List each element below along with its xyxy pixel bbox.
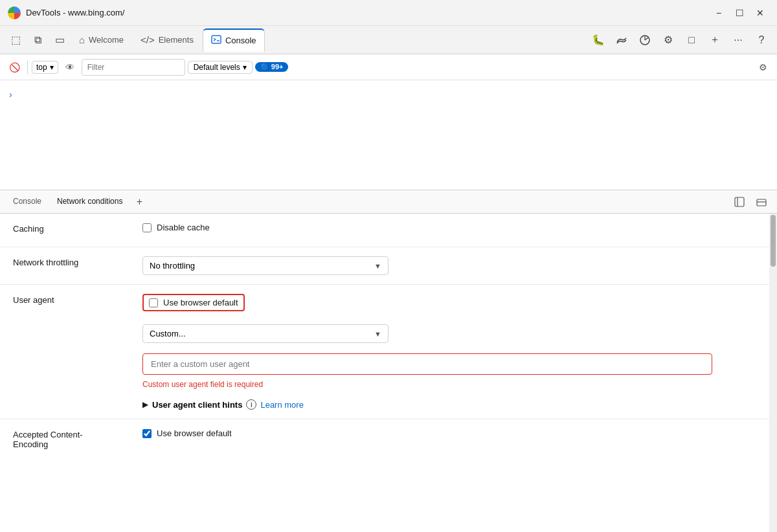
throttling-value: No throttling <box>150 261 195 271</box>
learn-more-link[interactable]: Learn more <box>260 400 303 410</box>
bug-icon[interactable]: 🐛 <box>588 30 609 50</box>
caching-row: Caching Disable cache <box>0 214 769 247</box>
eye-icon[interactable]: 👁 <box>61 58 79 76</box>
context-arrow-icon: ▾ <box>50 63 54 72</box>
tab-welcome[interactable]: ⌂ Welcome <box>71 28 131 52</box>
panel-actions <box>729 192 772 212</box>
devtools-icon <box>8 6 21 19</box>
custom-ua-dropdown[interactable]: Custom... ▼ <box>142 324 388 343</box>
custom-ua-input-wrapper <box>142 353 756 375</box>
custom-ua-input[interactable] <box>142 353 712 375</box>
disable-cache-row: Disable cache <box>142 223 756 232</box>
network-throttling-label: Network throttling <box>13 256 142 267</box>
inspect-icon[interactable]: ⬚ <box>5 30 26 50</box>
caching-label: Caching <box>13 223 142 234</box>
use-browser-default-label[interactable]: Use browser default <box>163 298 238 307</box>
disable-cache-label[interactable]: Disable cache <box>157 223 210 232</box>
user-agent-row: User agent Use browser default Custom...… <box>0 285 769 419</box>
issues-icon: 🔵 <box>260 63 269 71</box>
tab-network-conditions[interactable]: Network conditions <box>49 193 130 211</box>
add-panel-tab-button[interactable]: + <box>130 193 148 211</box>
custom-ua-value: Custom... <box>150 329 186 338</box>
filter-input[interactable] <box>82 59 185 76</box>
close-button[interactable]: ✕ <box>751 4 769 22</box>
log-level-arrow-icon: ▾ <box>243 63 247 72</box>
network-throttling-row: Network throttling No throttling ▼ <box>0 247 769 285</box>
hints-row: ▶ User agent client hints i Learn more <box>142 399 756 410</box>
svg-rect-7 <box>757 199 766 206</box>
application-icon[interactable]: □ <box>681 30 702 50</box>
console-expand-icon[interactable]: › <box>9 89 12 100</box>
tab-console-label: Console <box>225 36 256 45</box>
tab-elements[interactable]: </> Elements <box>133 28 201 52</box>
use-browser-default-checkbox[interactable] <box>149 298 158 307</box>
accepted-default-checkbox[interactable] <box>142 429 152 438</box>
tab-elements-label: Elements <box>159 35 194 45</box>
device-emulation-icon[interactable]: ⧉ <box>27 30 48 50</box>
minimize-button[interactable]: − <box>710 4 728 22</box>
issues-count: 99+ <box>271 63 284 71</box>
hints-label: User agent client hints <box>152 400 242 410</box>
accepted-content-label: Accepted Content-Encoding <box>13 428 142 449</box>
accepted-default-label[interactable]: Use browser default <box>157 428 232 438</box>
console-icon <box>211 34 221 47</box>
context-selector[interactable]: top ▾ <box>32 61 58 74</box>
disable-cache-checkbox[interactable] <box>142 223 152 232</box>
custom-ua-arrow-icon: ▼ <box>374 330 381 338</box>
svg-rect-0 <box>212 36 221 43</box>
main-tab-bar: ⬚ ⧉ ▭ ⌂ Welcome </> Elements Console 🐛 ⚙… <box>0 26 777 54</box>
caching-control: Disable cache <box>142 223 756 232</box>
welcome-icon: ⌂ <box>79 34 85 45</box>
user-agent-label: User agent <box>13 294 142 305</box>
panel-tab-bar: Console Network conditions + <box>0 190 777 214</box>
tab-console[interactable]: Console <box>203 28 265 52</box>
tab-bar-actions: 🐛 ⚙ □ ＋ ··· ? <box>588 30 772 50</box>
context-label: top <box>36 63 47 72</box>
accepted-default-row: Use browser default <box>142 428 756 438</box>
title-bar: DevTools - www.bing.com/ − ☐ ✕ <box>0 0 777 26</box>
ua-error-text: Custom user agent field is required <box>142 380 756 389</box>
user-agent-control: Use browser default Custom... ▼ Custom u… <box>142 294 756 410</box>
svg-rect-5 <box>735 197 744 206</box>
scrollbar-thumb[interactable] <box>771 215 776 267</box>
clear-console-button[interactable]: 🚫 <box>5 58 23 76</box>
memory-icon[interactable]: ⚙ <box>658 30 679 50</box>
divider-1 <box>27 61 28 74</box>
help-icon[interactable]: ? <box>751 30 772 50</box>
title-bar-text: DevTools - www.bing.com/ <box>26 8 704 17</box>
close-panel-icon[interactable] <box>751 192 772 212</box>
more-tabs-icon[interactable]: ··· <box>728 30 749 50</box>
settings-button[interactable]: ⚙ <box>754 58 772 76</box>
window-controls: − ☐ ✕ <box>710 4 769 22</box>
log-level-label: Default levels <box>194 63 240 72</box>
throttling-arrow-icon: ▼ <box>374 262 381 270</box>
console-toolbar: 🚫 top ▾ 👁 Default levels ▾ 🔵 99+ ⚙ <box>0 54 777 80</box>
scrollbar-track[interactable] <box>769 214 777 532</box>
tab-console-panel[interactable]: Console <box>5 193 49 211</box>
add-tab-icon[interactable]: ＋ <box>704 30 725 50</box>
maximize-button[interactable]: ☐ <box>730 4 749 22</box>
panel-content: Caching Disable cache Network throttling… <box>0 214 777 532</box>
use-browser-default-wrapper: Use browser default <box>142 294 245 311</box>
performance-icon[interactable] <box>635 30 655 50</box>
drawer-icon[interactable]: ▭ <box>49 30 70 50</box>
network-throttling-control: No throttling ▼ <box>142 256 756 275</box>
accepted-content-control: Use browser default <box>142 428 756 438</box>
issues-badge[interactable]: 🔵 99+ <box>255 62 289 72</box>
bottom-panel: Console Network conditions + Caching Dis… <box>0 190 777 532</box>
accepted-content-row: Accepted Content-Encoding Use browser de… <box>0 419 769 458</box>
throttling-dropdown[interactable]: No throttling ▼ <box>142 256 388 275</box>
svg-line-3 <box>645 38 648 40</box>
hints-info-icon[interactable]: i <box>246 399 256 410</box>
network-icon[interactable] <box>611 30 632 50</box>
console-content: › <box>0 80 777 190</box>
hints-expand-icon[interactable]: ▶ <box>142 400 148 409</box>
elements-icon: </> <box>141 34 155 45</box>
tab-welcome-label: Welcome <box>89 35 124 45</box>
dock-icon[interactable] <box>729 192 750 212</box>
log-level-selector[interactable]: Default levels ▾ <box>188 61 253 74</box>
